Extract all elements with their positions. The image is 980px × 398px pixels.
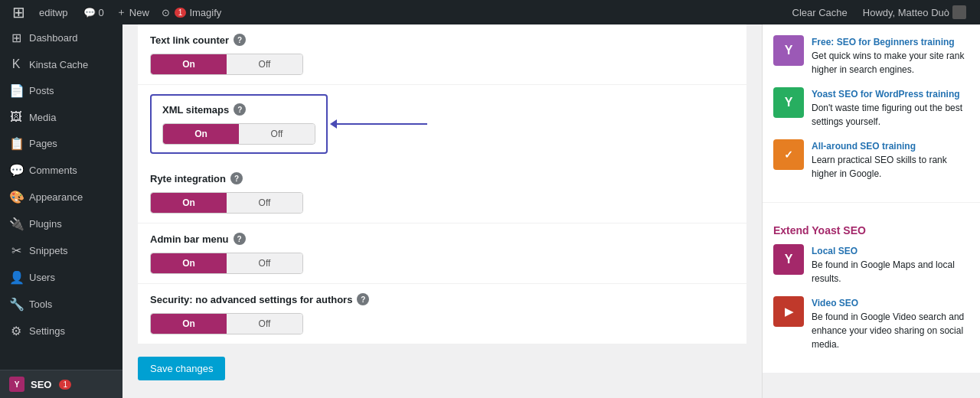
admin-bar-menu-label: Admin bar menu ? [150,233,734,245]
sidebar-item-dashboard[interactable]: ⊞ Dashboard [0,24,122,51]
sidebar-item-snippets[interactable]: ✂ Snippets [0,237,122,264]
sidebar-item-tools[interactable]: 🔧 Tools [0,291,122,318]
imagify-label: Imagify [189,7,221,18]
course-thumb-all-around: ✓ [773,139,804,170]
courses-card: Y Free: SEO for Beginners training Get q… [763,24,980,202]
xml-sitemaps-toggle[interactable]: On Off [162,123,315,145]
snippets-icon: ✂ [9,243,23,258]
security-off-button[interactable]: Off [227,314,302,334]
ryte-integration-off-button[interactable]: Off [227,193,302,213]
text-link-counter-label: Text link counter ? [150,34,734,46]
extension-thumb-video-seo: ▶ [773,296,804,327]
sidebar-item-seo[interactable]: Y SEO 1 [0,370,122,398]
dashboard-icon: ⊞ [9,31,23,45]
extension-link-local-seo[interactable]: Local SEO [812,246,858,256]
admin-bar-menu-toggle[interactable]: On Off [150,253,303,274]
course-text-seo-beginners: Free: SEO for Beginners training Get qui… [812,35,969,77]
sidebar-item-appearance[interactable]: 🎨 Appearance [0,184,122,210]
imagify-badge: 1 [175,8,187,18]
admin-bar-menu-off-button[interactable]: Off [227,253,302,273]
security-toggle[interactable]: On Off [150,313,303,334]
sidebar-item-label: Pages [29,138,57,149]
security-on-button[interactable]: On [151,314,227,334]
arrow-line [335,123,427,125]
extension-item-local-seo: Y Local SEO Be found in Google Maps and … [773,244,969,285]
settings-panel: Text link counter ? On Off XML sitemaps … [122,24,762,398]
extension-item-video-seo: ▶ Video SEO Be found in Google Video sea… [773,296,969,351]
course-link-yoast-wp[interactable]: Yoast SEO for WordPress training [812,89,960,100]
sidebar-item-label: Comments [29,165,77,176]
xml-sitemaps-on-button[interactable]: On [163,124,239,144]
clear-cache-item[interactable]: Clear Cache [785,0,855,24]
admin-bar-menu-help-icon[interactable]: ? [234,233,246,245]
course-link-all-around[interactable]: All-around SEO training [812,141,916,152]
security-label: Security: no advanced settings for autho… [150,293,734,305]
site-name[interactable]: editwp [31,0,76,24]
course-link-seo-beginners[interactable]: Free: SEO for Beginners training [812,37,955,47]
settings-icon: ⚙ [9,324,23,338]
site-name-label: editwp [39,7,68,18]
text-link-counter-on-button[interactable]: On [151,54,227,74]
notifications-item[interactable]: 💬 0 [76,0,112,24]
sidebar-item-users[interactable]: 👤 Users [0,264,122,291]
sidebar-item-label: Settings [29,325,65,337]
howdy-item[interactable]: Howdy, Matteo Duò [855,0,974,24]
extension-desc-video-seo: Be found in Google Video search and enha… [812,312,964,350]
course-thumb-seo-beginners: Y [773,35,804,66]
arrow-head [330,119,337,129]
save-changes-button[interactable]: Save changes [138,357,225,380]
security-help-icon[interactable]: ? [357,293,369,305]
sidebar-item-settings[interactable]: ⚙ Settings [0,318,122,344]
admin-bar: ⊞ editwp 💬 0 ＋ New ⊙ 1 Imagify Clear Cac… [0,0,980,24]
xml-sitemaps-label: XML sitemaps ? [162,103,315,116]
extend-card: Extend Yoast SEO Y Local SEO Be found in… [763,203,980,373]
extend-title: Extend Yoast SEO [773,224,969,237]
text-link-counter-row: Text link counter ? On Off [138,24,746,85]
notifications-icon: 💬 [83,7,96,18]
course-item-yoast-wp: Y Yoast SEO for WordPress training Don't… [773,87,969,129]
seo-badge: 1 [59,380,71,390]
appearance-icon: 🎨 [9,190,23,204]
ryte-integration-toggle[interactable]: On Off [150,192,303,214]
sidebar-item-label: Appearance [29,191,83,203]
wp-logo-icon[interactable]: ⊞ [6,3,31,21]
ryte-integration-help-icon[interactable]: ? [230,172,243,184]
ryte-integration-row: Ryte integration ? On Off [138,163,746,223]
sidebar-item-pages[interactable]: 📋 Pages [0,130,122,157]
extension-link-video-seo[interactable]: Video SEO [812,298,858,308]
new-content-item[interactable]: ＋ New [112,0,154,24]
course-text-yoast-wp: Yoast SEO for WordPress training Don't w… [812,87,969,129]
sidebar-item-plugins[interactable]: 🔌 Plugins [0,210,122,237]
sidebar-item-kinsta-cache[interactable]: K Kinsta Cache [0,51,122,77]
user-avatar [952,5,966,19]
xml-sitemaps-row-flex: XML sitemaps ? On Off [150,94,734,154]
course-thumb-yoast-wp: Y [773,87,804,118]
sidebar-item-label: Dashboard [29,32,78,44]
sidebar-item-posts[interactable]: 📄 Posts [0,77,122,104]
text-link-counter-toggle[interactable]: On Off [150,54,303,75]
imagify-item[interactable]: ⊙ 1 Imagify [154,0,229,24]
sidebar-item-label: Users [29,272,55,283]
security-row: Security: no advanced settings for autho… [138,284,746,344]
tools-icon: 🔧 [9,297,23,312]
text-link-counter-off-button[interactable]: Off [227,54,302,74]
xml-sitemaps-off-button[interactable]: Off [239,124,315,144]
sidebar-item-label: Kinsta Cache [29,59,88,70]
xml-sitemaps-help-icon[interactable]: ? [234,103,246,116]
sidebar-item-label: Tools [29,298,52,310]
sidebar-item-label: Posts [29,85,54,96]
new-label: New [129,7,149,18]
course-desc-all-around: Learn practical SEO skills to rank highe… [812,155,947,179]
sidebar-item-media[interactable]: 🖼 Media [0,104,122,130]
xml-arrow-container [335,123,427,125]
admin-bar-menu-on-button[interactable]: On [151,253,227,273]
howdy-label: Howdy, Matteo Duò [863,7,949,18]
extension-text-video-seo: Video SEO Be found in Google Video searc… [812,296,969,351]
sidebar-item-label: Snippets [29,245,68,256]
main-wrapper: ⊞ Dashboard K Kinsta Cache 📄 Posts 🖼 Med… [0,24,980,398]
ryte-integration-on-button[interactable]: On [151,193,227,213]
sidebar-item-comments[interactable]: 💬 Comments [0,157,122,184]
sidebar-item-label: Media [29,112,56,123]
comments-icon: 💬 [9,163,23,178]
text-link-counter-help-icon[interactable]: ? [234,34,246,46]
